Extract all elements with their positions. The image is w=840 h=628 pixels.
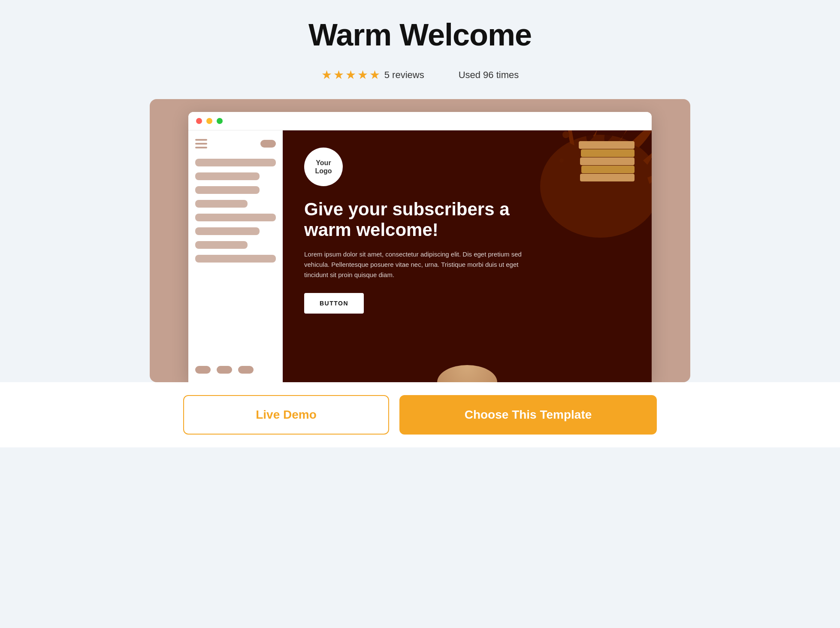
sidebar-bottom-dots	[195, 357, 276, 374]
svg-point-6	[562, 131, 569, 138]
sidebar-bar-8	[195, 255, 276, 263]
svg-rect-1	[579, 141, 635, 149]
header-section: Warm Welcome ★ ★ ★ ★ ★ 5 reviews Used 96…	[0, 0, 840, 99]
sidebar-bar-3	[195, 186, 260, 194]
star-3: ★	[345, 68, 356, 82]
browser-dot-green	[217, 118, 223, 124]
chocolate-splash-svg	[502, 130, 652, 255]
email-cta-button: BUTTON	[304, 293, 364, 314]
bottom-dot-2	[217, 366, 232, 374]
stars-group: ★ ★ ★ ★ ★ 5 reviews	[321, 68, 424, 82]
star-rating: ★ ★ ★ ★ ★	[321, 68, 380, 82]
sidebar-bar-2	[195, 172, 260, 180]
reviews-label: 5 reviews	[384, 69, 424, 81]
browser-dot-yellow	[206, 118, 212, 124]
logo-circle: Your Logo	[304, 148, 343, 186]
svg-point-9	[559, 158, 564, 163]
sidebar-bar-4	[195, 200, 248, 208]
sidebar-bar-1	[195, 159, 276, 166]
browser-dot-red	[196, 118, 202, 124]
sidebar-avatar	[260, 140, 276, 148]
star-5: ★	[369, 68, 380, 82]
svg-rect-3	[580, 157, 635, 165]
svg-rect-4	[581, 166, 635, 173]
logo-line2: Logo	[315, 167, 332, 175]
star-4: ★	[357, 68, 368, 82]
cup-hint	[437, 365, 497, 382]
browser-mockup: Your Logo Give your subscribers a warm w…	[188, 112, 652, 382]
email-sidebar	[188, 130, 283, 382]
browser-content: Your Logo Give your subscribers a warm w…	[188, 130, 652, 382]
footer-section: Live Demo Choose This Template	[0, 382, 840, 447]
used-label: Used 96 times	[459, 69, 519, 81]
email-main: Your Logo Give your subscribers a warm w…	[283, 130, 652, 382]
browser-bar	[188, 112, 652, 130]
svg-rect-2	[581, 149, 635, 157]
preview-container: Your Logo Give your subscribers a warm w…	[150, 99, 690, 382]
page-title: Warm Welcome	[308, 17, 532, 52]
bottom-dot-3	[238, 366, 254, 374]
sidebar-bar-6	[195, 227, 260, 235]
meta-row: ★ ★ ★ ★ ★ 5 reviews Used 96 times	[321, 68, 519, 82]
bottom-dot-1	[195, 366, 211, 374]
star-2: ★	[333, 68, 344, 82]
sidebar-top	[195, 139, 276, 148]
hamburger-line-1	[195, 139, 207, 141]
live-demo-button[interactable]: Live Demo	[183, 395, 389, 435]
star-1: ★	[321, 68, 332, 82]
page-wrapper: Warm Welcome ★ ★ ★ ★ ★ 5 reviews Used 96…	[0, 0, 840, 447]
hamburger-line-2	[195, 143, 207, 145]
email-body-text: Lorem ipsum dolor sit amet, consectetur …	[304, 249, 527, 280]
sidebar-bar-5	[195, 214, 276, 221]
sidebar-bar-7	[195, 241, 248, 249]
hamburger-icon	[195, 139, 207, 148]
choose-template-button[interactable]: Choose This Template	[399, 395, 657, 435]
hamburger-line-3	[195, 147, 207, 148]
email-headline: Give your subscribers a warm welcome!	[304, 199, 510, 241]
logo-line1: Your	[316, 159, 331, 167]
svg-rect-5	[580, 174, 635, 181]
